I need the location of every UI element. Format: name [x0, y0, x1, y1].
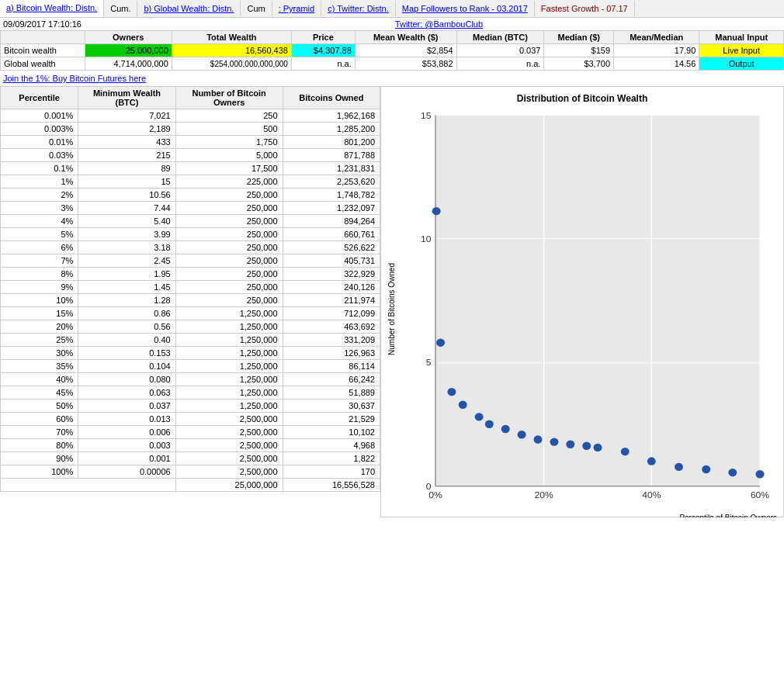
th-percentile: Percentile — [1, 87, 78, 109]
tab-map[interactable]: Map Followers to Rank - 03.2017 — [396, 1, 535, 16]
header-row: 09/09/2017 17:10:16 Twitter: @BambouClub — [0, 18, 784, 30]
svg-point-27 — [534, 435, 543, 443]
total-num: 25,000,000 — [175, 479, 283, 492]
table-row: 30%0.1531,250,000126,963 — [1, 347, 380, 360]
chart-title: Distribution of Bitcoin Wealth — [387, 93, 777, 104]
svg-point-24 — [485, 420, 494, 428]
col-mean-median: Mean/Median — [614, 31, 699, 44]
global-total-wealth: $254,000,000,000,000 — [172, 57, 291, 71]
bitcoin-median-usd: $159 — [544, 44, 614, 57]
twitter-link[interactable]: Twitter: @BambouClub — [395, 19, 483, 29]
global-row: Global wealth 4,714,000,000 $254,000,000… — [1, 57, 784, 71]
chart-svg: 0 5 10 15 0% 20% 40% 60% — [401, 107, 777, 510]
table-row: 0.1%8917,5001,231,831 — [1, 162, 380, 175]
table-row: 45%0.0631,250,00051,889 — [1, 386, 380, 400]
tab-cum2[interactable]: Cum — [241, 1, 272, 16]
table-row: 70%0.0062,500,00010,102 — [1, 426, 380, 439]
svg-point-22 — [459, 401, 467, 409]
th-min-wealth: Minimum Wealth (BTC) — [78, 87, 175, 109]
svg-point-36 — [728, 469, 737, 476]
table-row: 3%7.44250,0001,232,097 — [1, 202, 380, 215]
col-median-usd: Median ($) — [544, 31, 614, 44]
svg-rect-0 — [435, 115, 760, 486]
global-output: Output — [699, 57, 784, 71]
svg-point-32 — [621, 448, 630, 455]
bitcoin-owners: 25,000,000 — [85, 44, 172, 57]
tab-cum[interactable]: Cum. — [104, 1, 137, 16]
svg-point-23 — [475, 413, 484, 420]
table-row: 6%3.18250,000526,622 — [1, 241, 380, 254]
bitcoin-median-btc: 0.037 — [456, 44, 544, 57]
table-row: 40%0.0801,250,00066,242 — [1, 373, 380, 386]
table-row: 80%0.0032,500,0004,968 — [1, 439, 380, 452]
svg-point-21 — [447, 388, 456, 396]
left-panel: Percentile Minimum Wealth (BTC) Number o… — [0, 86, 380, 517]
svg-text:20%: 20% — [535, 490, 554, 500]
global-median-usd: $3,700 — [544, 57, 614, 71]
table-row: 0.03%2155,000871,788 — [1, 149, 380, 162]
svg-text:60%: 60% — [751, 490, 770, 500]
table-row: 0.001%7,0212501,962,168 — [1, 109, 380, 123]
svg-point-26 — [518, 431, 526, 438]
total-btc: 16,556,528 — [283, 479, 380, 492]
table-row: 20%0.561,250,000463,692 — [1, 320, 380, 334]
table-row: 60%0.0132,500,00021,529 — [1, 413, 380, 426]
table-row: 2%10.56250,0001,748,782 — [1, 189, 380, 202]
bitcoin-row: Bitcoin wealth 25,000,000 16,560,438 $4,… — [1, 44, 784, 57]
bitcoin-total-wealth: 16,560,438 — [172, 44, 291, 57]
table-row: 5%3.99250,000660,761 — [1, 228, 380, 241]
col-mean-wealth: Mean Wealth ($) — [355, 31, 456, 44]
col-price: Price — [291, 31, 355, 44]
svg-point-19 — [432, 207, 441, 215]
svg-point-20 — [436, 338, 445, 346]
y-axis-label: Number of Bitcoins Owned — [387, 263, 396, 355]
summary-table: Owners Total Wealth Price Mean Wealth ($… — [0, 30, 784, 71]
tab-pyramid[interactable]: : Pyramid — [272, 1, 321, 16]
timestamp: 09/09/2017 17:10:16 — [3, 19, 82, 29]
main-content: Percentile Minimum Wealth (BTC) Number o… — [0, 86, 784, 517]
svg-point-34 — [675, 463, 683, 471]
table-row: 25%0.401,250,000331,209 — [1, 334, 380, 347]
table-row: 50%0.0371,250,00030,637 — [1, 400, 380, 413]
table-row: 8%1.95250,000322,929 — [1, 268, 380, 281]
col-owners: Owners — [85, 31, 172, 44]
table-row: 1%15225,0002,253,620 — [1, 175, 380, 189]
global-mean: $53,882 — [355, 57, 456, 71]
svg-point-31 — [594, 444, 602, 451]
svg-point-33 — [647, 457, 656, 465]
total-label — [1, 479, 176, 492]
tab-fastest[interactable]: Fastest Growth - 07.17 — [535, 1, 635, 16]
svg-point-35 — [702, 465, 710, 473]
global-label: Global wealth — [1, 57, 85, 71]
table-row: 15%0.861,250,000712,099 — [1, 307, 380, 320]
col-median-btc: Median (BTC) — [456, 31, 544, 44]
svg-point-28 — [550, 438, 558, 445]
data-table: Percentile Minimum Wealth (BTC) Number o… — [0, 86, 380, 492]
bitcoin-live-input: Live Input — [699, 44, 784, 57]
bitcoin-mean: $2,854 — [355, 44, 456, 57]
table-row: 9%1.45250,000240,126 — [1, 281, 380, 294]
table-row: 7%2.45250,000405,731 — [1, 254, 380, 268]
svg-point-25 — [501, 425, 510, 433]
tab-a[interactable]: a) Bitcoin Wealth: Distn. — [0, 0, 104, 17]
svg-point-30 — [582, 442, 591, 450]
col-total-wealth: Total Wealth — [172, 31, 291, 44]
table-row: 4%5.40250,000894,264 — [1, 215, 380, 228]
table-row: 35%0.1041,250,00086,114 — [1, 360, 380, 373]
table-row: 0.003%2,1895001,285,200 — [1, 123, 380, 136]
top-nav: a) Bitcoin Wealth: Distn. Cum. b) Global… — [0, 0, 784, 18]
col-manual-input: Manual Input — [699, 31, 784, 44]
bitcoin-price: $4,307.88 — [291, 44, 355, 57]
svg-text:15: 15 — [421, 110, 432, 120]
table-row: 90%0.0012,500,0001,822 — [1, 452, 380, 465]
join-link[interactable]: Join the 1%: Buy Bitcoin Futures here — [0, 71, 784, 86]
tab-c[interactable]: c) Twitter: Distn. — [321, 1, 396, 16]
global-median-btc: n.a. — [456, 57, 544, 71]
global-price: n.a. — [291, 57, 355, 71]
table-row: 0.01%4331,750801,200 — [1, 136, 380, 149]
tab-b[interactable]: b) Global Wealth: Distn. — [137, 1, 241, 16]
x-axis-label: Percentile of Bitcoin Owners — [401, 514, 777, 517]
table-row: 100%0.000062,500,000170 — [1, 465, 380, 479]
global-owners: 4,714,000,000 — [85, 57, 172, 71]
svg-text:0%: 0% — [428, 490, 442, 500]
